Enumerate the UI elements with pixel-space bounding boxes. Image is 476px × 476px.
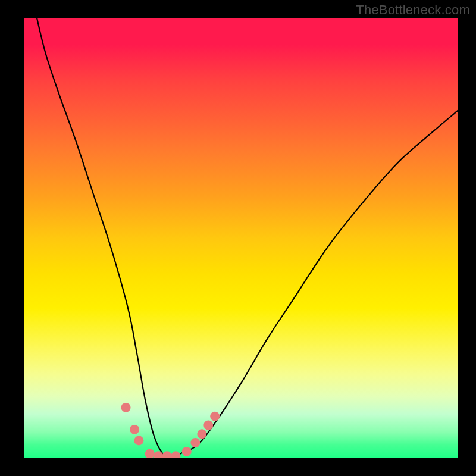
plot-area [24,18,458,458]
curve-marker [190,438,200,447]
chart-frame: TheBottleneck.com [0,0,476,476]
curve-marker [171,451,181,458]
curve-marker [145,449,155,458]
curve-marker [203,421,213,430]
curve-marker [130,425,139,434]
watermark-text: TheBottleneck.com [356,2,470,18]
curve-markers [121,403,220,458]
curve-marker [210,412,220,421]
curve-layer [24,18,458,458]
curve-marker [121,403,131,412]
curve-marker [134,436,143,445]
bottleneck-curve [37,18,458,458]
curve-marker [162,451,172,458]
curve-marker [182,447,192,456]
curve-marker [197,429,206,439]
